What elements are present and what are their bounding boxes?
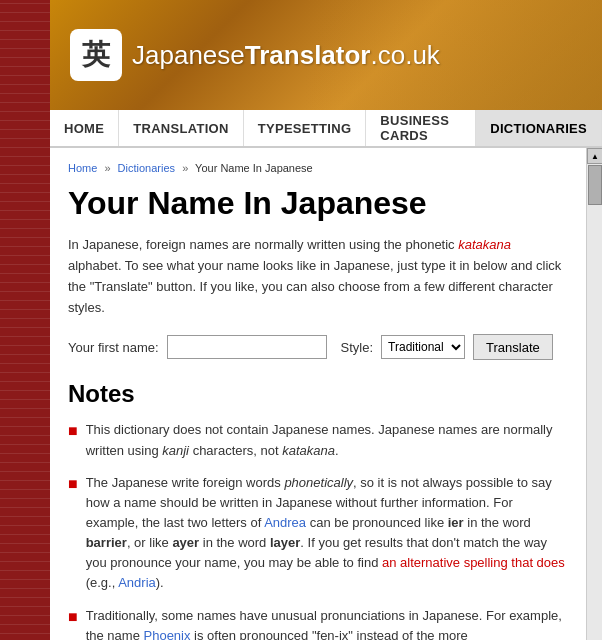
- notes-item-1-text: This dictionary does not contain Japanes…: [86, 420, 568, 460]
- intro-text: In Japanese, foreign names are normally …: [68, 235, 568, 318]
- scroll-track[interactable]: [587, 164, 602, 640]
- breadcrumb-home[interactable]: Home: [68, 162, 97, 174]
- first-name-label: Your first name:: [68, 340, 159, 355]
- notes-item-3-text: Traditionally, some names have unusual p…: [86, 606, 568, 641]
- scrollbar[interactable]: ▲ ▼: [586, 148, 602, 640]
- name-form: Your first name: Style: Traditional Mode…: [68, 334, 568, 360]
- notes-title: Notes: [68, 380, 568, 408]
- main-navigation: HOME TRANSLATION TYPESETTING BUSINESS CA…: [50, 110, 602, 148]
- notes-list: ■ This dictionary does not contain Japan…: [68, 420, 568, 640]
- page-title: Your Name In Japanese: [68, 186, 568, 221]
- content-area: Home » Dictionaries » Your Name In Japan…: [50, 148, 602, 640]
- style-label: Style:: [341, 340, 374, 355]
- nav-dictionaries[interactable]: DICTIONARIES: [476, 110, 602, 146]
- translate-button[interactable]: Translate: [473, 334, 553, 360]
- notes-item-2: ■ The Japanese write foreign words phone…: [68, 473, 568, 594]
- scroll-up-button[interactable]: ▲: [587, 148, 602, 164]
- breadcrumb-sep1: »: [104, 162, 110, 174]
- notes-item-2-text: The Japanese write foreign words phoneti…: [86, 473, 568, 594]
- main-content: Home » Dictionaries » Your Name In Japan…: [50, 148, 586, 640]
- intro-katakana: katakana: [458, 237, 511, 252]
- logo[interactable]: 英 JapaneseTranslator.co.uk: [70, 29, 440, 81]
- style-select[interactable]: Traditional Modern Decorative: [381, 335, 465, 359]
- andrea-link[interactable]: Andrea: [264, 515, 306, 530]
- scroll-thumb[interactable]: [588, 165, 602, 205]
- bullet-icon-1: ■: [68, 421, 78, 460]
- nav-business-cards[interactable]: BUSINESS CARDS: [366, 110, 476, 146]
- breadcrumb-sep2: »: [182, 162, 188, 174]
- left-decorative-border: [0, 0, 50, 640]
- site-header: 英 JapaneseTranslator.co.uk: [50, 0, 602, 110]
- breadcrumb-dictionaries[interactable]: Dictionaries: [118, 162, 175, 174]
- nav-translation[interactable]: TRANSLATION: [119, 110, 244, 146]
- andria-link[interactable]: Andria: [118, 575, 156, 590]
- breadcrumb-current: Your Name In Japanese: [195, 162, 313, 174]
- alternative-spelling-link[interactable]: an alternative spelling that does: [382, 555, 565, 570]
- breadcrumb: Home » Dictionaries » Your Name In Japan…: [68, 158, 568, 178]
- notes-item-1: ■ This dictionary does not contain Japan…: [68, 420, 568, 460]
- bullet-icon-2: ■: [68, 474, 78, 594]
- notes-item-3: ■ Traditionally, some names have unusual…: [68, 606, 568, 641]
- logo-text: JapaneseTranslator.co.uk: [132, 40, 440, 71]
- phoenix-link[interactable]: Phoenix: [144, 628, 191, 640]
- nav-typesetting[interactable]: TYPESETTING: [244, 110, 367, 146]
- first-name-input[interactable]: [167, 335, 327, 359]
- nav-home[interactable]: HOME: [50, 110, 119, 146]
- bullet-icon-3: ■: [68, 607, 78, 641]
- logo-kanji: 英: [70, 29, 122, 81]
